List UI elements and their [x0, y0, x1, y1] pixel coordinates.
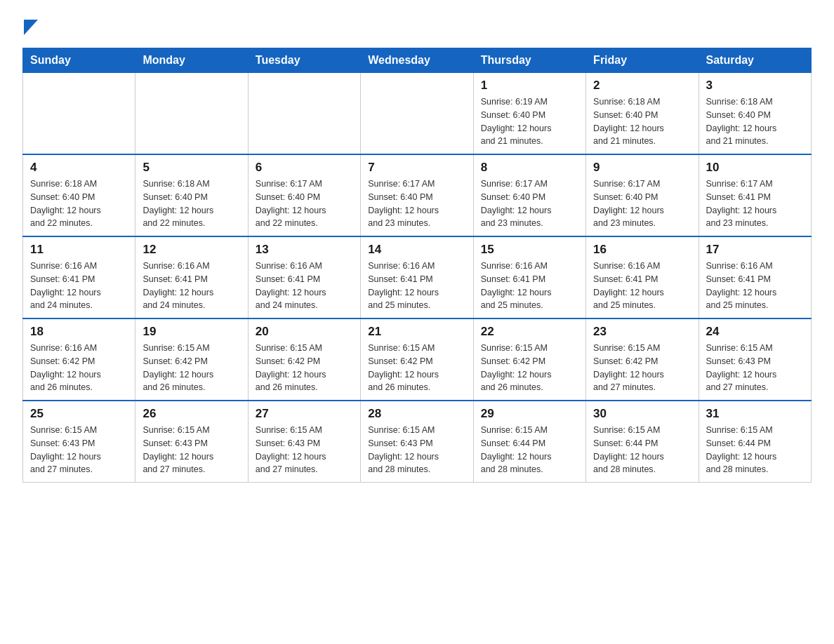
- day-info: Sunrise: 6:16 AMSunset: 6:41 PMDaylight:…: [30, 260, 128, 312]
- day-info: Sunrise: 6:16 AMSunset: 6:41 PMDaylight:…: [143, 260, 240, 312]
- calendar-cell: 20Sunrise: 6:15 AMSunset: 6:42 PMDayligh…: [248, 318, 360, 401]
- day-info: Sunrise: 6:15 AMSunset: 6:44 PMDaylight:…: [481, 424, 578, 476]
- calendar-cell: 3Sunrise: 6:18 AMSunset: 6:40 PMDaylight…: [699, 73, 811, 155]
- day-info: Sunrise: 6:17 AMSunset: 6:40 PMDaylight:…: [593, 177, 691, 230]
- day-number: 24: [706, 325, 804, 339]
- day-number: 20: [256, 325, 353, 339]
- day-number: 9: [593, 161, 691, 175]
- weekday-header-monday: Monday: [135, 48, 248, 73]
- day-number: 23: [593, 325, 691, 339]
- day-number: 11: [30, 243, 128, 257]
- day-number: 3: [706, 79, 804, 93]
- day-number: 29: [481, 407, 578, 421]
- calendar-cell: 4Sunrise: 6:18 AMSunset: 6:40 PMDaylight…: [23, 154, 135, 236]
- day-info: Sunrise: 6:15 AMSunset: 6:42 PMDaylight:…: [481, 342, 578, 394]
- day-number: 13: [256, 243, 353, 257]
- calendar-cell: 15Sunrise: 6:16 AMSunset: 6:41 PMDayligh…: [473, 236, 585, 318]
- day-number: 28: [368, 407, 465, 421]
- calendar-cell: [248, 73, 360, 155]
- calendar-cell: 8Sunrise: 6:17 AMSunset: 6:40 PMDaylight…: [473, 154, 585, 236]
- calendar-cell: 5Sunrise: 6:18 AMSunset: 6:40 PMDaylight…: [135, 154, 248, 236]
- calendar-cell: 28Sunrise: 6:15 AMSunset: 6:43 PMDayligh…: [361, 401, 473, 483]
- day-info: Sunrise: 6:17 AMSunset: 6:41 PMDaylight:…: [706, 177, 804, 230]
- weekday-header-tuesday: Tuesday: [248, 48, 360, 73]
- day-number: 6: [256, 161, 353, 175]
- day-info: Sunrise: 6:15 AMSunset: 6:43 PMDaylight:…: [30, 424, 128, 476]
- calendar-cell: 13Sunrise: 6:16 AMSunset: 6:41 PMDayligh…: [248, 236, 360, 318]
- day-number: 12: [143, 243, 240, 257]
- calendar-cell: 7Sunrise: 6:17 AMSunset: 6:40 PMDaylight…: [361, 154, 473, 236]
- day-info: Sunrise: 6:15 AMSunset: 6:43 PMDaylight:…: [706, 342, 804, 394]
- calendar-cell: 14Sunrise: 6:16 AMSunset: 6:41 PMDayligh…: [361, 236, 473, 318]
- calendar-cell: 10Sunrise: 6:17 AMSunset: 6:41 PMDayligh…: [699, 154, 811, 236]
- day-number: 30: [593, 407, 691, 421]
- weekday-header-row: SundayMondayTuesdayWednesdayThursdayFrid…: [23, 48, 812, 73]
- day-number: 21: [368, 325, 465, 339]
- calendar-cell: 25Sunrise: 6:15 AMSunset: 6:43 PMDayligh…: [23, 401, 135, 483]
- day-info: Sunrise: 6:18 AMSunset: 6:40 PMDaylight:…: [706, 95, 804, 148]
- weekday-header-friday: Friday: [586, 48, 699, 73]
- day-number: 14: [368, 243, 465, 257]
- day-info: Sunrise: 6:17 AMSunset: 6:40 PMDaylight:…: [256, 177, 353, 230]
- day-number: 16: [593, 243, 691, 257]
- day-info: Sunrise: 6:17 AMSunset: 6:40 PMDaylight:…: [368, 177, 465, 230]
- day-number: 7: [368, 161, 465, 175]
- day-number: 26: [143, 407, 240, 421]
- calendar-cell: [135, 73, 248, 155]
- day-info: Sunrise: 6:16 AMSunset: 6:41 PMDaylight:…: [706, 260, 804, 312]
- day-info: Sunrise: 6:15 AMSunset: 6:43 PMDaylight:…: [368, 424, 465, 476]
- day-number: 31: [706, 407, 804, 421]
- svg-marker-0: [24, 20, 38, 35]
- calendar-cell: [361, 73, 473, 155]
- day-number: 8: [481, 161, 578, 175]
- calendar-cell: 30Sunrise: 6:15 AMSunset: 6:44 PMDayligh…: [586, 401, 699, 483]
- calendar-cell: 31Sunrise: 6:15 AMSunset: 6:44 PMDayligh…: [699, 401, 811, 483]
- day-info: Sunrise: 6:15 AMSunset: 6:42 PMDaylight:…: [593, 342, 691, 394]
- weekday-header-thursday: Thursday: [473, 48, 585, 73]
- day-number: 5: [143, 161, 240, 175]
- logo-triangle-icon: [24, 20, 38, 35]
- day-number: 27: [256, 407, 353, 421]
- calendar-cell: 11Sunrise: 6:16 AMSunset: 6:41 PMDayligh…: [23, 236, 135, 318]
- day-number: 15: [481, 243, 578, 257]
- day-info: Sunrise: 6:19 AMSunset: 6:40 PMDaylight:…: [481, 95, 578, 148]
- day-info: Sunrise: 6:15 AMSunset: 6:42 PMDaylight:…: [143, 342, 240, 394]
- calendar-cell: 1Sunrise: 6:19 AMSunset: 6:40 PMDaylight…: [473, 73, 585, 155]
- day-number: 18: [30, 325, 128, 339]
- calendar-cell: 12Sunrise: 6:16 AMSunset: 6:41 PMDayligh…: [135, 236, 248, 318]
- calendar-week-row: 25Sunrise: 6:15 AMSunset: 6:43 PMDayligh…: [23, 401, 812, 483]
- day-number: 22: [481, 325, 578, 339]
- weekday-header-saturday: Saturday: [699, 48, 811, 73]
- day-info: Sunrise: 6:18 AMSunset: 6:40 PMDaylight:…: [143, 177, 240, 230]
- day-number: 17: [706, 243, 804, 257]
- calendar-cell: 24Sunrise: 6:15 AMSunset: 6:43 PMDayligh…: [699, 318, 811, 401]
- weekday-header-sunday: Sunday: [23, 48, 135, 73]
- day-info: Sunrise: 6:15 AMSunset: 6:42 PMDaylight:…: [256, 342, 353, 394]
- calendar-cell: [23, 73, 135, 155]
- day-info: Sunrise: 6:16 AMSunset: 6:41 PMDaylight:…: [368, 260, 465, 312]
- day-info: Sunrise: 6:15 AMSunset: 6:44 PMDaylight:…: [706, 424, 804, 476]
- calendar-cell: 6Sunrise: 6:17 AMSunset: 6:40 PMDaylight…: [248, 154, 360, 236]
- day-info: Sunrise: 6:16 AMSunset: 6:41 PMDaylight:…: [481, 260, 578, 312]
- day-info: Sunrise: 6:18 AMSunset: 6:40 PMDaylight:…: [593, 95, 691, 148]
- day-number: 10: [706, 161, 804, 175]
- day-number: 2: [593, 79, 691, 93]
- calendar-cell: 22Sunrise: 6:15 AMSunset: 6:42 PMDayligh…: [473, 318, 585, 401]
- day-info: Sunrise: 6:15 AMSunset: 6:44 PMDaylight:…: [593, 424, 691, 476]
- calendar-cell: 17Sunrise: 6:16 AMSunset: 6:41 PMDayligh…: [699, 236, 811, 318]
- calendar-week-row: 11Sunrise: 6:16 AMSunset: 6:41 PMDayligh…: [23, 236, 812, 318]
- day-info: Sunrise: 6:15 AMSunset: 6:43 PMDaylight:…: [143, 424, 240, 476]
- day-info: Sunrise: 6:16 AMSunset: 6:41 PMDaylight:…: [593, 260, 691, 312]
- calendar-cell: 29Sunrise: 6:15 AMSunset: 6:44 PMDayligh…: [473, 401, 585, 483]
- calendar-cell: 2Sunrise: 6:18 AMSunset: 6:40 PMDaylight…: [586, 73, 699, 155]
- calendar-cell: 26Sunrise: 6:15 AMSunset: 6:43 PMDayligh…: [135, 401, 248, 483]
- day-info: Sunrise: 6:16 AMSunset: 6:42 PMDaylight:…: [30, 342, 128, 394]
- calendar-cell: 9Sunrise: 6:17 AMSunset: 6:40 PMDaylight…: [586, 154, 699, 236]
- weekday-header-wednesday: Wednesday: [361, 48, 473, 73]
- calendar-cell: 19Sunrise: 6:15 AMSunset: 6:42 PMDayligh…: [135, 318, 248, 401]
- calendar-cell: 27Sunrise: 6:15 AMSunset: 6:43 PMDayligh…: [248, 401, 360, 483]
- calendar-week-row: 4Sunrise: 6:18 AMSunset: 6:40 PMDaylight…: [23, 154, 812, 236]
- day-info: Sunrise: 6:15 AMSunset: 6:43 PMDaylight:…: [256, 424, 353, 476]
- day-number: 25: [30, 407, 128, 421]
- day-info: Sunrise: 6:17 AMSunset: 6:40 PMDaylight:…: [481, 177, 578, 230]
